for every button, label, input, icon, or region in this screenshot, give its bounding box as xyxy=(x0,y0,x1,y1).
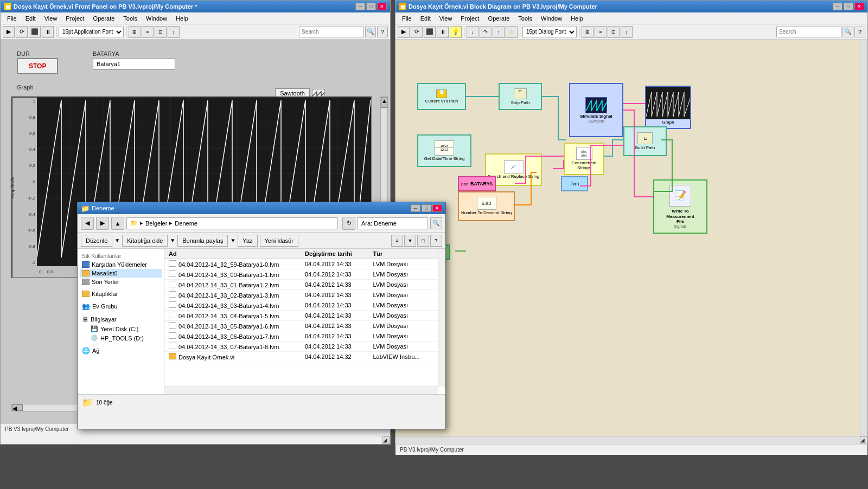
bd-help-button[interactable]: ? xyxy=(854,27,865,37)
file-row[interactable]: 04.04.2012-14_33_02-Batarya1-3.lvm 04.04… xyxy=(164,290,445,300)
fd-search-input[interactable] xyxy=(358,217,428,229)
close-button[interactable]: ✕ xyxy=(377,3,387,10)
fd-item-kitapliklar[interactable]: Kitaplıklar xyxy=(80,289,162,298)
file-row[interactable]: 04.04.2012-14_33_06-Batarya1-7.lvm 04.04… xyxy=(164,331,445,342)
fd-preview-btn[interactable]: □ xyxy=(417,235,429,247)
fp-help-button[interactable]: ? xyxy=(377,27,388,37)
bd-abort-button[interactable]: ⬛ xyxy=(424,26,436,38)
bd-menu-view[interactable]: View xyxy=(435,14,457,23)
pause-button[interactable]: ⏸ xyxy=(42,26,54,38)
menu-edit[interactable]: Edit xyxy=(21,14,40,23)
file-row[interactable]: 04.04.2012-14_33_05-Batarya1-6.lvm 04.04… xyxy=(164,321,445,331)
bd-menu-project[interactable]: Project xyxy=(456,14,483,23)
stop-button[interactable]: STOP xyxy=(17,58,58,74)
menu-help[interactable]: Help xyxy=(171,14,193,23)
fd-item-yerel-disk[interactable]: 💾 Yerel Disk (C:) xyxy=(80,324,162,333)
font-selector[interactable]: 15pt Application Font xyxy=(59,27,124,37)
bd-highlight-button[interactable]: 💡 xyxy=(450,26,462,38)
restore-button[interactable]: □ xyxy=(366,3,376,10)
fd-refresh-btn[interactable]: ↻ xyxy=(342,217,355,230)
fd-duzenle-btn[interactable]: Düzenle xyxy=(81,235,112,247)
fd-path-bar[interactable]: 📁 ▸ Belgeler ▸ Deneme xyxy=(126,217,338,229)
bd-minimize-button[interactable]: ─ xyxy=(833,3,843,10)
menu-tools[interactable]: Tools xyxy=(119,14,142,23)
scrollbar-left-arrow[interactable]: ◀ xyxy=(12,404,23,411)
fd-item-karsidan[interactable]: Karşıdan Yüklemeler xyxy=(80,260,162,269)
fd-item-ev-grubu[interactable]: 👥 Ev Grubu xyxy=(80,301,162,311)
file-row[interactable]: 04.04.2012-14_33_01-Batarya1-2.lvm 04.04… xyxy=(164,280,445,290)
minimize-button[interactable]: ─ xyxy=(355,3,365,10)
fd-back-btn[interactable]: ◀ xyxy=(81,217,94,230)
file-row[interactable]: 04.04.2012-14_33_00-Batarya1-1.lvm 04.04… xyxy=(164,269,445,280)
bd-step-out-button[interactable]: ↑ xyxy=(493,26,505,38)
fp-search-input[interactable] xyxy=(299,27,364,37)
fd-close-btn[interactable]: ✕ xyxy=(432,204,442,212)
fd-yeni-klasor-btn[interactable]: Yeni klasör xyxy=(260,235,298,247)
fd-item-hp-tools[interactable]: 💿 HP_TOOLS (D:) xyxy=(80,333,162,343)
bd-resize-button[interactable]: ⊡ xyxy=(608,26,620,38)
file-row[interactable]: 04.04.2012-14_33_07-Batarya1-8.lvm 04.04… xyxy=(164,342,445,352)
file-row[interactable]: 04.04.2012-14_33_03-Batarya1-4.lvm 04.04… xyxy=(164,300,445,311)
fd-forward-btn[interactable]: ▶ xyxy=(96,217,109,230)
file-row[interactable]: 04.04.2012-14_33_04-Batarya1-5.lvm 04.04… xyxy=(164,311,445,321)
fd-view-toggle-btn[interactable]: ▼ xyxy=(404,235,416,247)
batarya-input[interactable] xyxy=(93,58,175,70)
bd-menu-operate[interactable]: Operate xyxy=(484,14,514,23)
bd-pause-button[interactable]: ⏸ xyxy=(437,26,449,38)
bd-menu-edit[interactable]: Edit xyxy=(416,14,435,23)
bd-menu-help[interactable]: Help xyxy=(566,14,588,23)
kitapliklar-icon xyxy=(82,291,90,297)
align-button[interactable]: ⊞ xyxy=(129,26,141,38)
menu-project[interactable]: Project xyxy=(61,14,88,23)
fd-minimize-btn[interactable]: ─ xyxy=(411,204,420,212)
bd-restore-button[interactable]: □ xyxy=(844,3,853,10)
fp-search-button[interactable]: 🔍 xyxy=(365,27,376,37)
bd-run-cont-button[interactable]: ⟳ xyxy=(411,26,423,38)
bd-resize-handle[interactable]: ◢ xyxy=(860,436,867,444)
fd-search-go-btn[interactable]: 🔍 xyxy=(430,217,442,229)
distribute-button[interactable]: ≡ xyxy=(142,26,154,38)
bd-step-over-button[interactable]: ↷ xyxy=(480,26,492,38)
bd-menu-window[interactable]: Window xyxy=(537,14,566,23)
run-button[interactable]: ▶ xyxy=(3,26,15,38)
bd-search-input[interactable] xyxy=(776,27,841,37)
bd-scrollbar-v[interactable] xyxy=(860,40,867,436)
bd-search-button[interactable]: 🔍 xyxy=(843,27,853,37)
fd-up-btn[interactable]: ▲ xyxy=(111,217,124,230)
menu-window[interactable]: Window xyxy=(142,14,171,23)
bd-warning-button[interactable]: ⚠ xyxy=(506,26,518,38)
bd-menu-tools[interactable]: Tools xyxy=(514,14,537,23)
scrollbar-up-arrow[interactable]: ▲ xyxy=(381,97,387,108)
bd-reorder-button[interactable]: ↕ xyxy=(621,26,633,38)
fd-restore-btn[interactable]: □ xyxy=(422,204,431,212)
bd-close-button[interactable]: ✕ xyxy=(854,3,864,10)
reorder-button[interactable]: ↕ xyxy=(168,26,180,38)
bd-step-into-button[interactable]: ↓ xyxy=(467,26,478,38)
fd-paylas-btn[interactable]: Bununla paylaş xyxy=(177,235,228,247)
fd-scrollbar-v[interactable] xyxy=(438,249,445,387)
fd-item-ag[interactable]: 🌐 Ağ xyxy=(80,346,162,356)
menu-operate[interactable]: Operate xyxy=(89,14,119,23)
resize-button[interactable]: ⊡ xyxy=(155,26,167,38)
fd-view-icon-btn[interactable]: ≡ xyxy=(391,235,403,247)
menu-file[interactable]: File xyxy=(3,14,21,23)
menu-view[interactable]: View xyxy=(40,14,62,23)
file-row[interactable]: 04.04.2012-14_32_59-Batarya1-0.lvm 04.04… xyxy=(164,259,445,269)
bd-run-button[interactable]: ▶ xyxy=(398,26,410,38)
fd-item-son-yerler[interactable]: Son Yerler xyxy=(80,278,162,286)
bd-font-selector[interactable]: 15pt Dialog Font xyxy=(522,27,577,37)
abort-button[interactable]: ⬛ xyxy=(29,26,41,38)
bd-menu-file[interactable]: File xyxy=(398,14,416,23)
fd-scrollbar-h[interactable] xyxy=(164,387,438,394)
file-row[interactable]: Dosya Kayıt Örnek.vi 04.04.2012 14:32 La… xyxy=(164,352,445,362)
resize-handle[interactable]: ◢ xyxy=(382,436,390,444)
fd-help-btn[interactable]: ? xyxy=(430,235,442,247)
bd-scrollbar-h[interactable] xyxy=(395,436,860,444)
fd-kitapliga-ekle-btn[interactable]: Kitaplığa ekle xyxy=(122,235,168,247)
fd-yaz-btn[interactable]: Yaz xyxy=(238,235,257,247)
fd-item-masaustu[interactable]: Masaüstü xyxy=(80,269,162,278)
bd-distribute-button[interactable]: ≡ xyxy=(595,26,607,38)
bd-align-button[interactable]: ⊞ xyxy=(582,26,593,38)
run-continuously-button[interactable]: ⟳ xyxy=(16,26,28,38)
fd-item-bilgisayar[interactable]: 🖥 Bilgisayar xyxy=(80,314,162,324)
